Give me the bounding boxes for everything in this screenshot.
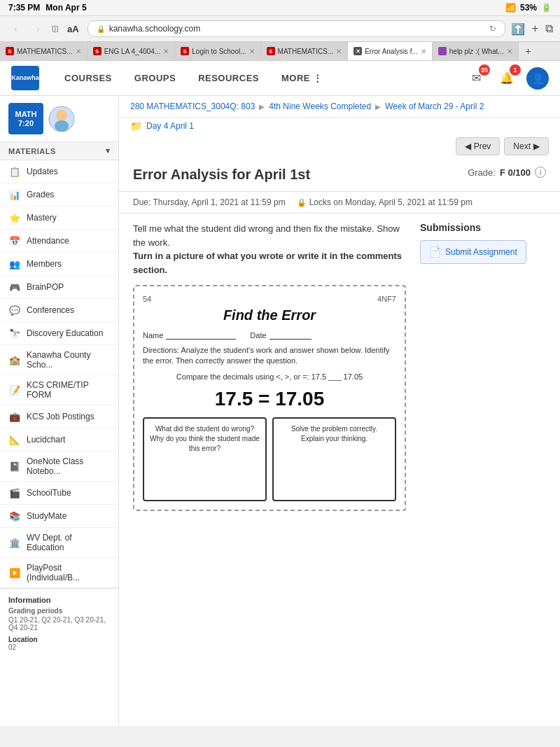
kcs-jobs-icon: 💼 <box>8 410 21 423</box>
wv-dept-icon: 🏛️ <box>8 536 21 549</box>
lock-icon: 🔒 <box>97 25 105 33</box>
sidebar-item-schooltube[interactable]: 🎬 SchoolTube <box>0 482 118 505</box>
worksheet-title: Find the Error <box>143 307 396 323</box>
tab-3-favicon: S <box>181 47 189 55</box>
tab-3-close[interactable]: ✕ <box>249 48 255 55</box>
more-dots-icon: ⋮ <box>313 73 323 83</box>
onenote-icon: 📓 <box>8 460 21 473</box>
status-bar-left: 7:35 PM Mon Apr 5 <box>8 3 87 13</box>
breadcrumb-sep-2: ▶ <box>375 103 381 111</box>
url-text: kanawha.schoology.com <box>109 24 485 34</box>
tab-3[interactable]: S Login to School... ✕ <box>175 42 260 60</box>
assignment-body: Tell me what the student did wrong and t… <box>119 214 560 519</box>
sidebar-item-conferences[interactable]: 💬 Conferences <box>0 299 118 322</box>
worksheet-standard: 4NF7 <box>377 295 396 303</box>
worksheet-the-bold: the <box>257 307 282 323</box>
nav-more[interactable]: MORE ⋮ <box>270 63 334 93</box>
tab-5-close[interactable]: ✕ <box>421 48 426 55</box>
sidebar-item-studymate[interactable]: 📚 StudyMate <box>0 505 118 528</box>
breadcrumb-course[interactable]: 280 MATHEMATICS_3004Q: 803 <box>130 102 255 111</box>
prev-button[interactable]: ◀ Prev <box>456 137 500 155</box>
app-logo[interactable]: Kanawha <box>11 66 39 90</box>
worksheet-directions: Directions: Analyze the student's work a… <box>143 345 396 367</box>
tab-4-label: MATHEMATICS... <box>278 48 334 55</box>
worksheet-problem: Compare the decimals using <, >, or =: 1… <box>143 372 396 381</box>
tabs-button[interactable]: ⧉ <box>545 22 553 36</box>
tab-5[interactable]: ✕ Error Analysis f... ✕ <box>348 42 433 61</box>
reader-icon[interactable]: ⎅ <box>52 22 59 35</box>
sidebar-materials-header[interactable]: Materials ▾ <box>0 142 118 160</box>
nav-right: ✉ 35 🔔 1 👤 <box>465 67 549 90</box>
name-label: Name <box>143 331 163 340</box>
tab-4-close[interactable]: ✕ <box>336 48 342 55</box>
mail-button[interactable]: ✉ 35 <box>465 67 487 90</box>
tab-2-favicon: S <box>93 47 102 55</box>
wifi-icon: 📶 <box>505 3 516 13</box>
tab-6-close[interactable]: ✕ <box>507 48 512 55</box>
sidebar-item-wv-dept[interactable]: 🏛️ WV Dept. of Education <box>0 528 118 558</box>
attendance-icon: 📅 <box>8 235 21 247</box>
date-line <box>270 330 312 340</box>
nav-courses[interactable]: COURSES <box>53 63 123 93</box>
notifications-button[interactable]: 🔔 1 <box>496 67 518 90</box>
tab-2-close[interactable]: ✕ <box>163 48 169 55</box>
materials-label: Materials <box>8 147 56 155</box>
tab-1-label: MATHEMATICS... <box>17 48 73 55</box>
lucid-label: Lucidchart <box>27 435 65 445</box>
tab-4[interactable]: S MATHEMATICS... ✕ <box>261 42 349 60</box>
studymate-label: StudyMate <box>27 511 66 521</box>
share-button[interactable]: ⬆️ <box>511 22 525 36</box>
sidebar-item-attendance[interactable]: 📅 Attendance <box>0 230 118 253</box>
nav-resources[interactable]: RESOURCES <box>187 63 270 93</box>
forward-button[interactable]: › <box>29 20 46 37</box>
name-line <box>166 330 236 340</box>
sidebar-item-discovery[interactable]: 🔭 Discovery Education <box>0 322 118 345</box>
lucid-icon: 📐 <box>8 433 21 446</box>
nav-items: COURSES GROUPS RESOURCES MORE ⋮ <box>53 63 334 93</box>
sidebar-item-mastery[interactable]: ⭐ Mastery <box>0 207 118 230</box>
tab-1[interactable]: S MATHEMATICS... ✕ <box>0 42 88 60</box>
sidebar-item-kcs-crime[interactable]: 📝 KCS CRIME/TIP FORM <box>0 375 118 405</box>
sidebar-item-updates[interactable]: 📋 Updates <box>0 160 118 183</box>
sidebar-item-playposit[interactable]: ▶️ PlayPosit (Individual/B... <box>0 558 118 588</box>
user-avatar[interactable]: 👤 <box>526 67 549 90</box>
worksheet-find: Find <box>223 307 253 323</box>
sidebar-item-brainpop[interactable]: 🎮 BrainPOP <box>0 276 118 299</box>
submit-assignment-button[interactable]: 📄 Submit Assignment <box>420 240 526 264</box>
assignment-instructions: Tell me what the student did wrong and t… <box>133 222 406 277</box>
next-button[interactable]: Next ▶ <box>504 137 549 155</box>
sidebar-item-onenote[interactable]: 📓 OneNote Class Notebo... <box>0 452 118 482</box>
worksheet-fields: Name Date <box>143 330 396 340</box>
studymate-icon: 📚 <box>8 510 21 522</box>
browser-bar: ‹ › ⎅ aA 🔒 kanawha.schoology.com ↻ ⬆️ + … <box>0 16 560 42</box>
grade-info-button[interactable]: i <box>535 167 546 178</box>
lock-info: 🔒 Locks on Monday, April 5, 2021 at 11:5… <box>297 197 472 207</box>
tab-1-close[interactable]: ✕ <box>76 48 81 55</box>
breadcrumb-quarter[interactable]: 4th Nine Weeks Completed <box>269 102 371 111</box>
instructions-line2: Turn in a picture of what you wrote or w… <box>133 251 402 275</box>
back-button[interactable]: ‹ <box>7 20 24 37</box>
tab-2[interactable]: S ENG LA 4_4004... ✕ <box>88 42 176 60</box>
breadcrumb-current[interactable]: Day 4 April 1 <box>146 121 194 131</box>
sidebar-item-kanawha[interactable]: 🏫 Kanawha County Scho... <box>0 345 118 375</box>
kcs-jobs-label: KCS Job Postings <box>27 412 94 421</box>
font-size-label[interactable]: aA <box>67 24 79 34</box>
reload-icon[interactable]: ↻ <box>489 24 496 34</box>
submit-icon: 📄 <box>429 246 441 258</box>
brainpop-label: BrainPOP <box>27 282 64 292</box>
sidebar-item-kcs-jobs[interactable]: 💼 KCS Job Postings <box>0 405 118 428</box>
url-bar[interactable]: 🔒 kanawha.schoology.com ↻ <box>88 20 505 37</box>
breadcrumb-week[interactable]: Week of March 29 - April 2 <box>385 102 484 111</box>
sidebar-item-lucid[interactable]: 📐 Lucidchart <box>0 428 118 452</box>
conferences-label: Conferences <box>27 305 74 315</box>
breadcrumb-bar: 280 MATHEMATICS_3004Q: 803 ▶ 4th Nine We… <box>119 96 560 118</box>
new-tab-button[interactable]: + <box>519 42 538 60</box>
sidebar-item-members[interactable]: 👥 Members <box>0 253 118 276</box>
sidebar-item-grades[interactable]: 📊 Grades <box>0 183 118 207</box>
prev-arrow-icon: ◀ <box>465 141 471 151</box>
nav-groups[interactable]: GROUPS <box>123 63 187 93</box>
grading-periods-value: Q1 20-21, Q2 20-21, Q3 20-21, Q4 20-21 <box>8 616 110 631</box>
playposit-icon: ▶️ <box>8 566 21 579</box>
tab-6[interactable]: help plz :( What... ✕ <box>433 42 519 60</box>
add-tab-button[interactable]: + <box>532 22 538 36</box>
